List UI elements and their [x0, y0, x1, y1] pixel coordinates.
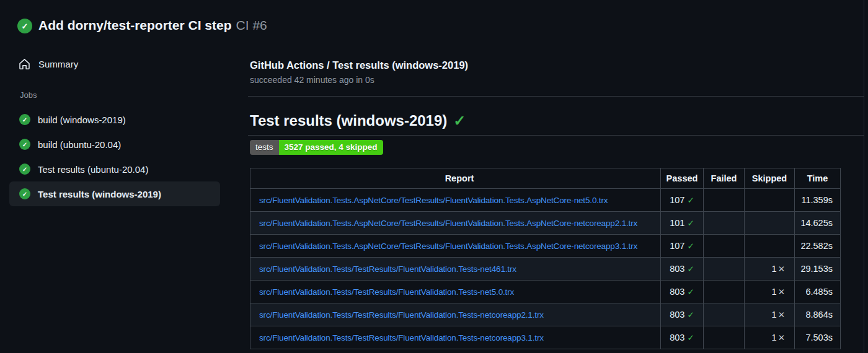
home-icon: [19, 58, 30, 70]
time-cell: 14.625s: [795, 212, 841, 235]
skipped-count: 1: [772, 287, 777, 297]
sidebar-job-item[interactable]: ✓Test results (windows-2019): [9, 181, 220, 206]
column-header-skipped: Skipped: [745, 168, 795, 189]
time-cell: 7.503s: [795, 326, 841, 349]
test-results-table: Report Passed Failed Skipped Time src/Fl…: [250, 168, 841, 349]
table-row: src/FluentValidation.Tests.AspNetCore/Te…: [250, 235, 841, 258]
page-title: Add dorny/test-reporter CI stepCI #6: [38, 18, 267, 33]
report-link[interactable]: src/FluentValidation.Tests.AspNetCore/Te…: [259, 242, 637, 251]
failed-cell: [704, 235, 745, 258]
failed-cell: [704, 258, 745, 281]
passed-check-icon: ✓: [687, 333, 694, 342]
report-cell: src/FluentValidation.Tests.AspNetCore/Te…: [250, 212, 661, 235]
skipped-cross-icon: ✕: [778, 310, 785, 320]
skipped-count: 1: [772, 310, 777, 320]
job-success-check-icon: ✓: [19, 114, 30, 125]
skipped-count: 1: [772, 264, 777, 274]
report-cell: src/FluentValidation.Tests.AspNetCore/Te…: [250, 235, 661, 258]
section-heading: Test results (windows-2019)✓: [250, 112, 466, 129]
jobs-list: ✓build (windows-2019)✓build (ubuntu-20.0…: [9, 107, 220, 206]
table-row: src/FluentValidation.Tests.AspNetCore/Te…: [250, 212, 841, 235]
sidebar-job-item[interactable]: ✓Test results (ubuntu-20.04): [9, 157, 220, 181]
passed-cell: 107✓: [661, 235, 704, 258]
time-cell: 8.864s: [795, 303, 841, 326]
failed-cell: [704, 326, 745, 349]
sidebar-item-summary[interactable]: Summary: [19, 58, 217, 70]
time-cell: 11.359s: [795, 189, 841, 212]
section-heading-text: Test results (windows-2019): [250, 112, 447, 129]
column-header-failed: Failed: [704, 168, 745, 189]
run-title: Add dorny/test-reporter CI step: [38, 18, 232, 32]
heading-success-check-icon: ✓: [453, 112, 466, 129]
skipped-cross-icon: ✕: [778, 287, 785, 297]
passed-cell: 803✓: [661, 281, 704, 303]
report-link[interactable]: src/FluentValidation.Tests/TestResults/F…: [259, 264, 516, 274]
passed-check-icon: ✓: [687, 287, 694, 297]
passed-check-icon: ✓: [687, 310, 694, 320]
skipped-cell: [745, 189, 795, 212]
job-success-check-icon: ✓: [19, 188, 30, 199]
skipped-cross-icon: ✕: [778, 333, 785, 342]
tests-badge-value: 3527 passed, 4 skipped: [279, 140, 383, 155]
jobs-section-label: Jobs: [20, 90, 37, 100]
report-cell: src/FluentValidation.Tests.AspNetCore/Te…: [250, 189, 661, 212]
table-body: src/FluentValidation.Tests.AspNetCore/Te…: [250, 189, 841, 349]
sidebar-job-item[interactable]: ✓build (windows-2019): [9, 107, 220, 132]
skipped-cell: 1✕: [745, 281, 795, 303]
skipped-cross-icon: ✕: [778, 264, 785, 274]
report-link[interactable]: src/FluentValidation.Tests.AspNetCore/Te…: [259, 219, 637, 228]
passed-count: 101: [670, 218, 684, 228]
report-cell: src/FluentValidation.Tests/TestResults/F…: [250, 326, 661, 349]
job-label: Test results (ubuntu-20.04): [38, 164, 148, 175]
passed-check-icon: ✓: [687, 264, 694, 274]
job-label: Test results (windows-2019): [38, 189, 161, 199]
report-cell: src/FluentValidation.Tests/TestResults/F…: [250, 258, 661, 281]
skipped-cell: [745, 212, 795, 235]
failed-cell: [704, 212, 745, 235]
passed-cell: 803✓: [661, 258, 704, 281]
sidebar-summary-label: Summary: [38, 59, 78, 69]
report-link[interactable]: src/FluentValidation.Tests/TestResults/F…: [259, 310, 544, 320]
passed-cell: 803✓: [661, 326, 704, 349]
failed-cell: [704, 281, 745, 303]
passed-cell: 803✓: [661, 303, 704, 326]
run-number: CI #6: [236, 18, 267, 32]
passed-count: 107: [670, 241, 684, 251]
divider: [248, 96, 864, 97]
passed-count: 107: [670, 195, 684, 205]
report-link[interactable]: src/FluentValidation.Tests/TestResults/F…: [259, 287, 514, 297]
job-success-check-icon: ✓: [19, 139, 30, 150]
tests-badge: tests 3527 passed, 4 skipped: [250, 140, 383, 155]
run-success-check-icon: ✓: [17, 19, 32, 33]
skipped-cell: 1✕: [745, 303, 795, 326]
skipped-cell: [745, 235, 795, 258]
table-row: src/FluentValidation.Tests/TestResults/F…: [250, 281, 841, 303]
time-cell: 6.485s: [795, 281, 841, 303]
passed-count: 803: [670, 333, 684, 342]
divider: [248, 135, 864, 136]
report-link[interactable]: src/FluentValidation.Tests.AspNetCore/Te…: [259, 196, 608, 205]
report-link[interactable]: src/FluentValidation.Tests/TestResults/F…: [259, 333, 544, 342]
job-success-check-icon: ✓: [19, 163, 30, 175]
sidebar-job-item[interactable]: ✓build (ubuntu-20.04): [9, 132, 220, 157]
workflow-breadcrumb-title: GitHub Actions / Test results (windows-2…: [250, 59, 468, 71]
pane-right-border: [864, 0, 864, 353]
passed-check-icon: ✓: [687, 196, 694, 205]
job-label: build (windows-2019): [38, 115, 126, 125]
passed-count: 803: [670, 287, 684, 297]
workflow-status-text: succeeded 42 minutes ago in 0s: [250, 75, 374, 85]
passed-count: 803: [670, 264, 684, 274]
table-row: src/FluentValidation.Tests/TestResults/F…: [250, 303, 841, 326]
passed-cell: 101✓: [661, 212, 704, 235]
passed-cell: 107✓: [661, 189, 704, 212]
failed-cell: [704, 189, 745, 212]
table-row: src/FluentValidation.Tests.AspNetCore/Te…: [250, 189, 841, 212]
report-cell: src/FluentValidation.Tests/TestResults/F…: [250, 303, 661, 326]
time-cell: 29.153s: [795, 258, 841, 281]
column-header-report: Report: [250, 168, 661, 189]
time-cell: 22.582s: [795, 235, 841, 258]
passed-check-icon: ✓: [687, 219, 694, 228]
report-cell: src/FluentValidation.Tests/TestResults/F…: [250, 281, 661, 303]
skipped-count: 1: [772, 333, 777, 342]
skipped-cell: 1✕: [745, 258, 795, 281]
